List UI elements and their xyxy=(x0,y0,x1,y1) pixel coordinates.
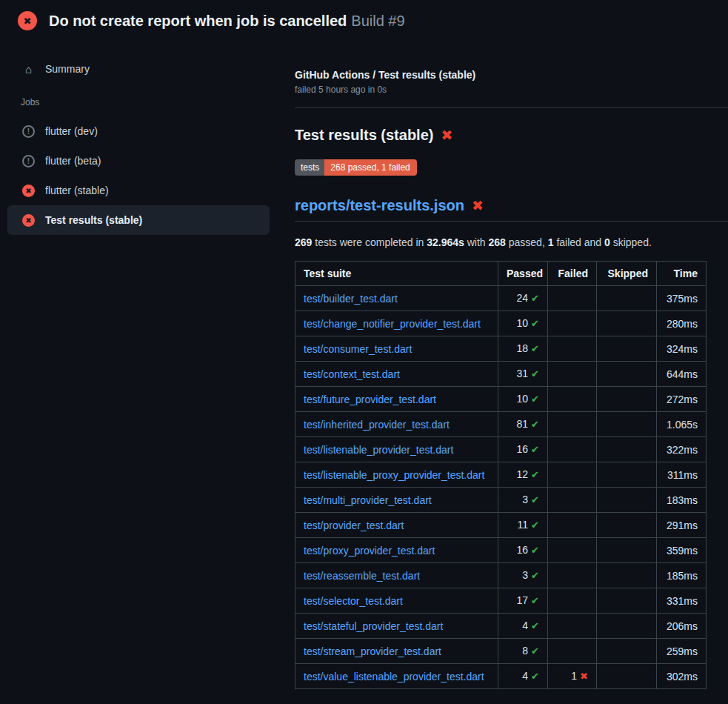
test-suite-link[interactable]: test/inherited_provider_test.dart xyxy=(304,419,450,431)
skipped-cell xyxy=(597,387,657,412)
time-cell: 359ms xyxy=(657,538,707,563)
report-title: reports/test-results.json ✖ xyxy=(295,197,728,222)
check-icon: ✔ xyxy=(531,419,539,430)
time-cell: 291ms xyxy=(657,513,707,538)
table-row: test/change_notifier_provider_test.dart … xyxy=(295,311,707,336)
test-suite-link[interactable]: test/future_provider_test.dart xyxy=(304,393,436,405)
passed-cell: 31✔ xyxy=(498,362,548,387)
column-header-test-suite: Test suite xyxy=(295,262,498,286)
time-cell: 280ms xyxy=(657,311,707,336)
test-suite-link[interactable]: test/listenable_provider_test.dart xyxy=(304,444,453,456)
failed-cell xyxy=(548,387,597,412)
skipped-cell xyxy=(597,664,657,689)
test-suite-link[interactable]: test/reassemble_test.dart xyxy=(304,570,420,582)
failed-cell: 1✖ xyxy=(548,664,597,689)
table-row: test/future_provider_test.dart 10✔ 272ms xyxy=(295,387,707,412)
summary-text: tests were completed in xyxy=(312,236,427,248)
table-row: test/selector_test.dart 17✔ 331ms xyxy=(295,588,707,614)
failed-cell xyxy=(548,588,597,614)
failed-cell xyxy=(548,286,597,311)
summary-text: with xyxy=(464,236,489,248)
time-cell: 324ms xyxy=(657,336,707,362)
passed-cell: 8✔ xyxy=(498,639,548,664)
column-header-failed: Failed xyxy=(548,262,597,286)
test-suite-link[interactable]: test/selector_test.dart xyxy=(304,595,403,607)
time-cell: 206ms xyxy=(657,614,707,639)
passed-cell: 11✔ xyxy=(498,513,548,538)
check-icon: ✔ xyxy=(531,645,539,657)
section-title: Test results (stable) ✖ xyxy=(295,127,728,144)
divider xyxy=(295,107,728,108)
sidebar-summary-label: Summary xyxy=(45,63,90,75)
x-circle-icon: ✖ xyxy=(18,11,37,30)
sidebar-item-flutter-stable[interactable]: ✖ flutter (stable) xyxy=(7,176,270,205)
badge-value: 268 passed, 1 failed xyxy=(324,159,416,176)
sidebar-item-flutter-beta[interactable]: ! flutter (beta) xyxy=(7,146,270,176)
test-suite-link[interactable]: test/context_test.dart xyxy=(304,368,400,380)
passed-cell: 4✔ xyxy=(498,664,548,689)
table-row: test/proxy_provider_test.dart 16✔ 359ms xyxy=(295,538,707,563)
summary-text: skipped. xyxy=(610,236,652,248)
time-cell: 311ms xyxy=(657,462,707,488)
column-header-passed: Passed xyxy=(498,262,548,286)
sidebar-item-flutter-dev[interactable]: ! flutter (dev) xyxy=(7,116,270,146)
failed-cell xyxy=(548,538,597,563)
test-suite-link[interactable]: test/change_notifier_provider_test.dart xyxy=(304,318,481,330)
build-number: Build #9 xyxy=(351,13,404,29)
table-row: test/reassemble_test.dart 3✔ 185ms xyxy=(295,563,707,588)
tests-badge: tests 268 passed, 1 failed xyxy=(295,159,417,176)
run-header: ✖ Do not create report when job is cance… xyxy=(0,0,728,41)
test-suite-cell: test/consumer_test.dart xyxy=(295,336,498,362)
check-icon: ✔ xyxy=(531,545,539,556)
test-results-table: Test suite Passed Failed Skipped Time te… xyxy=(295,261,707,689)
failed-cell xyxy=(548,311,597,336)
summary-text: passed, xyxy=(506,236,548,248)
skipped-cell xyxy=(597,538,657,563)
failed-count: 1 xyxy=(548,236,554,248)
test-suite-link[interactable]: test/consumer_test.dart xyxy=(304,343,412,355)
sidebar-job-label: flutter (beta) xyxy=(45,155,101,167)
time-cell: 1.065s xyxy=(657,412,707,437)
test-suite-link[interactable]: test/stateful_provider_test.dart xyxy=(304,620,443,632)
duration: 32.964s xyxy=(427,236,464,248)
check-icon: ✔ xyxy=(531,293,539,304)
sidebar-item-summary[interactable]: ⌂ Summary xyxy=(7,54,270,84)
skipped-cell xyxy=(597,437,657,462)
failed-cell xyxy=(548,462,597,488)
x-circle-icon: ✖ xyxy=(22,214,35,227)
table-row: test/provider_test.dart 11✔ 291ms xyxy=(295,513,707,538)
check-icon: ✔ xyxy=(531,620,539,631)
jobs-heading: Jobs xyxy=(0,97,277,107)
sidebar-job-label: flutter (stable) xyxy=(45,185,109,196)
test-suite-link[interactable]: test/stream_provider_test.dart xyxy=(304,645,441,657)
failed-cell xyxy=(548,639,597,664)
time-cell: 185ms xyxy=(657,563,707,588)
failed-cell xyxy=(548,412,597,437)
test-suite-link[interactable]: test/builder_test.dart xyxy=(304,293,398,305)
table-row: test/stateful_provider_test.dart 4✔ 206m… xyxy=(295,614,707,639)
passed-cell: 16✔ xyxy=(498,538,548,563)
home-icon: ⌂ xyxy=(22,63,35,76)
test-suite-cell: test/inherited_provider_test.dart xyxy=(295,412,498,437)
test-suite-link[interactable]: test/proxy_provider_test.dart xyxy=(304,545,435,557)
run-status-text: failed 5 hours ago in 0s xyxy=(295,84,728,95)
test-suite-link[interactable]: test/listenable_proxy_provider_test.dart xyxy=(304,469,484,481)
cross-icon: ✖ xyxy=(580,671,588,682)
passed-cell: 81✔ xyxy=(498,412,548,437)
check-icon: ✔ xyxy=(531,494,539,505)
table-row: test/multi_provider_test.dart 3✔ 183ms xyxy=(295,488,707,513)
report-file-link[interactable]: reports/test-results.json xyxy=(295,197,464,214)
test-suite-cell: test/listenable_provider_test.dart xyxy=(295,437,498,462)
table-row: test/consumer_test.dart 18✔ 324ms xyxy=(295,336,707,362)
summary-text: failed and xyxy=(554,236,605,248)
passed-cell: 12✔ xyxy=(498,462,548,488)
column-header-skipped: Skipped xyxy=(597,262,657,286)
sidebar-item-test-results-stable[interactable]: ✖ Test results (stable) xyxy=(7,205,270,235)
test-suite-link[interactable]: test/provider_test.dart xyxy=(304,519,404,531)
passed-cell: 10✔ xyxy=(498,311,548,336)
test-suite-link[interactable]: test/multi_provider_test.dart xyxy=(304,494,432,506)
check-icon: ✔ xyxy=(531,393,539,405)
check-icon: ✔ xyxy=(531,444,539,455)
check-icon: ✔ xyxy=(531,595,539,606)
test-suite-link[interactable]: test/value_listenable_provider_test.dart xyxy=(304,671,484,683)
